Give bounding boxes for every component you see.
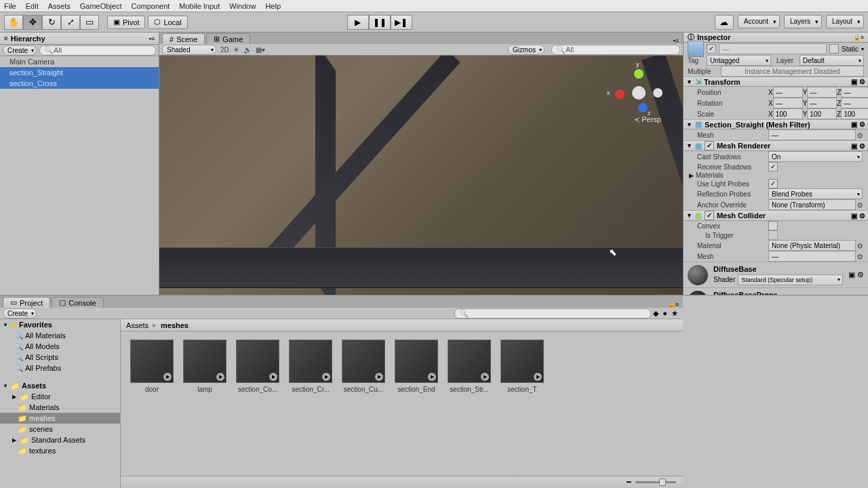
gizmo-y-axis[interactable] — [634, 69, 644, 79]
menu-gameobject[interactable]: GameObject — [80, 2, 122, 10]
renderer-enabled-checkbox[interactable]: ✓ — [705, 141, 714, 150]
account-dropdown[interactable]: Account — [738, 15, 780, 28]
anchor-override-field[interactable]: None (Transform) — [768, 199, 856, 210]
object-picker-icon[interactable]: ⊙ — [857, 201, 863, 209]
scl-x-field[interactable] — [773, 108, 803, 119]
assets-root[interactable]: ▼📁Assets — [0, 380, 120, 391]
static-dropdown-icon[interactable]: ▾ — [861, 46, 864, 52]
save-filter-icon[interactable]: ★ — [671, 309, 678, 318]
menu-help[interactable]: Help — [265, 2, 281, 10]
scl-y-field[interactable] — [807, 108, 837, 119]
receive-shadows-checkbox[interactable]: ✓ — [768, 162, 778, 171]
folder-editor[interactable]: ▶📁Editor — [0, 391, 120, 402]
gizmos-dropdown[interactable]: Gizmos — [508, 45, 545, 55]
hierarchy-item-main-camera[interactable]: Main Camera — [0, 56, 159, 67]
local-toggle[interactable]: ⬡Local — [148, 16, 187, 29]
asset-item[interactable]: ▶section_T — [499, 340, 545, 393]
filter-icon[interactable]: ◆ — [653, 309, 658, 318]
convex-checkbox[interactable] — [768, 221, 778, 230]
pos-x-field[interactable] — [773, 87, 803, 98]
toggle-fx-icon[interactable]: ▦▾ — [256, 46, 265, 54]
panel-menu-icon[interactable]: ▪≡ — [149, 35, 155, 42]
panel-menu-icon[interactable]: ▪≡ — [673, 37, 679, 44]
menu-assets[interactable]: Assets — [48, 2, 71, 10]
menu-component[interactable]: Component — [131, 2, 170, 10]
transform-component-header[interactable]: ▼ ⇲ Transform ▣ ⚙ — [684, 77, 868, 87]
collider-mesh-field[interactable]: — — [768, 251, 856, 262]
hierarchy-item-section-straight[interactable]: section_Straight — [0, 67, 159, 78]
project-search[interactable]: 🔍 — [454, 308, 651, 319]
menu-window[interactable]: Window — [229, 2, 256, 10]
step-button[interactable]: ▶❚ — [391, 15, 412, 30]
hierarchy-item-section-cross[interactable]: section_Cross — [0, 78, 159, 89]
fav-all-materials[interactable]: 🔍All Materials — [0, 330, 120, 341]
physic-material-field[interactable]: None (Physic Material) — [768, 240, 856, 251]
tab-console[interactable]: ▢Console — [52, 297, 103, 308]
collider-enabled-checkbox[interactable]: ✓ — [705, 211, 714, 220]
asset-item[interactable]: ▶section_Cu... — [340, 340, 387, 393]
material-diffusebaseprops[interactable]: DiffuseBaseProps Shader Standard ▣ ⚙ — [684, 287, 868, 295]
mesh-renderer-header[interactable]: ▼ ▦ ✓ Mesh Renderer ▣ ⚙ — [684, 140, 868, 151]
tab-game[interactable]: ⊞Game — [206, 33, 250, 44]
layers-dropdown[interactable]: Layers — [784, 15, 822, 28]
object-picker-icon[interactable]: ⊙ — [857, 242, 863, 249]
breadcrumb-meshes[interactable]: meshes — [161, 321, 189, 329]
pause-button[interactable]: ❚❚ — [369, 15, 391, 30]
menu-file[interactable]: File — [4, 2, 16, 10]
projection-label[interactable]: ≺ Persp — [634, 115, 661, 123]
object-picker-icon[interactable]: ⊙ — [857, 253, 863, 260]
toggle-audio-icon[interactable]: 🔊 — [243, 46, 252, 54]
cloud-button[interactable]: ☁ — [715, 15, 734, 30]
fold-icon[interactable]: ▼ — [686, 79, 692, 85]
static-checkbox[interactable] — [829, 44, 839, 54]
scene-search[interactable]: 🔍All — [551, 45, 680, 55]
folder-scenes[interactable]: 📁scenes — [0, 424, 120, 434]
toggle-2d[interactable]: 2D — [220, 46, 229, 54]
inspector-tab[interactable]: ⓘ Inspector 🔒≡ — [684, 33, 868, 43]
fav-all-models[interactable]: 🔍All Models — [0, 341, 120, 352]
gizmo-x-axis[interactable] — [615, 89, 625, 99]
scl-z-field[interactable] — [841, 108, 868, 119]
scale-tool[interactable]: ⤢ — [61, 15, 80, 30]
pos-z-field[interactable] — [841, 87, 868, 98]
tag-dropdown[interactable]: Untagged — [707, 55, 771, 66]
orientation-gizmo[interactable]: x y z — [615, 69, 663, 117]
folder-standard-assets[interactable]: ▶📁Standard Assets — [0, 434, 120, 445]
tab-scene[interactable]: #Scene — [162, 33, 205, 44]
shader-dropdown[interactable]: Standard (Specular setup) — [738, 274, 843, 285]
rot-x-field[interactable] — [773, 98, 803, 108]
cast-shadows-dropdown[interactable]: On — [768, 151, 863, 162]
move-tool[interactable]: ✥ — [23, 15, 42, 30]
hand-tool[interactable]: ✋ — [4, 15, 23, 30]
gizmo-z-axis[interactable] — [638, 103, 648, 113]
tab-project[interactable]: ▭Project — [3, 297, 50, 308]
hierarchy-create-dropdown[interactable]: Create — [3, 45, 37, 56]
help-icon[interactable]: ▣ ⚙ — [851, 78, 865, 85]
rot-z-field[interactable] — [841, 98, 868, 108]
menu-mobile-input[interactable]: Mobile Input — [179, 2, 220, 10]
mesh-collider-header[interactable]: ▼ ▦ ✓ Mesh Collider ▣ ⚙ — [684, 210, 868, 221]
fold-icon[interactable]: ▼ — [686, 121, 692, 128]
mesh-filter-header[interactable]: ▼ ▦ Section_Straight (Mesh Filter) ▣ ⚙ — [684, 119, 868, 129]
name-field[interactable]: — — [719, 43, 827, 54]
asset-item[interactable]: ▶section_Cr... — [288, 340, 334, 393]
folder-materials[interactable]: 📁Materials — [0, 402, 120, 413]
panel-menu-icon[interactable]: 🔒≡ — [668, 301, 679, 308]
pivot-toggle[interactable]: ▣Pivot — [107, 16, 145, 29]
layer-dropdown[interactable]: Default — [800, 55, 864, 66]
thumbnail-size-slider[interactable] — [635, 481, 676, 483]
breadcrumb-assets[interactable]: Assets — [126, 321, 149, 329]
light-probes-checkbox[interactable]: ✓ — [768, 179, 778, 188]
favorites-folder[interactable]: ▼★Favorites — [0, 319, 120, 330]
reflection-probes-dropdown[interactable]: Blend Probes — [768, 188, 863, 199]
asset-item[interactable]: ▶door — [129, 340, 175, 393]
active-checkbox[interactable]: ✓ — [707, 44, 716, 54]
folder-textures[interactable]: 📁textures — [0, 445, 120, 456]
fav-all-prefabs[interactable]: 🔍All Prefabs — [0, 363, 120, 373]
toggle-lighting-icon[interactable]: ☀ — [233, 46, 239, 54]
menu-edit[interactable]: Edit — [26, 2, 39, 10]
asset-item[interactable]: ▶section_Co... — [235, 340, 281, 393]
scene-viewport[interactable]: x y z ≺ Persp ⬉ — [159, 56, 683, 295]
asset-item[interactable]: ▶section_End — [393, 340, 439, 393]
rot-y-field[interactable] — [807, 98, 837, 108]
